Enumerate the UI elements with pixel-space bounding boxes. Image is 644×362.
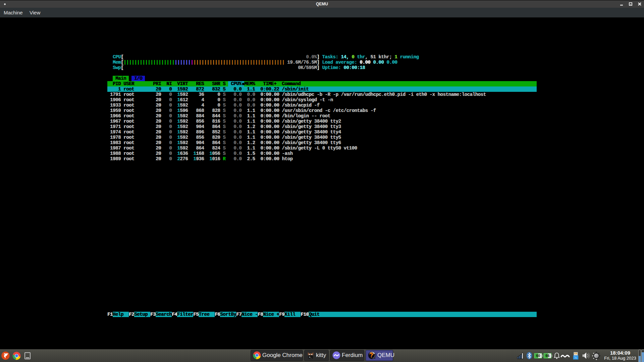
svg-text:>_: >_ xyxy=(309,356,312,359)
svg-text:66: 66 xyxy=(546,354,550,358)
svg-text:60: 60 xyxy=(536,354,540,358)
